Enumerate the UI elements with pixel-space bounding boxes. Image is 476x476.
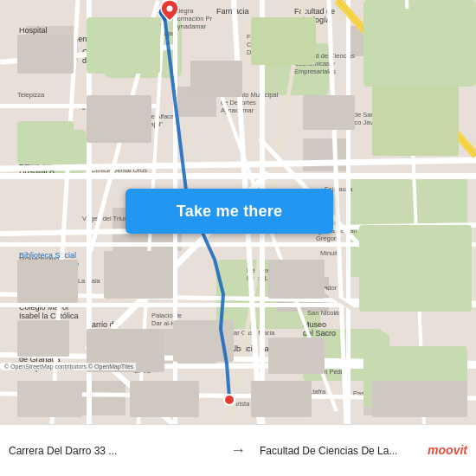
svg-rect-25 bbox=[17, 260, 78, 303]
osm-attribution: © OpenStreetMap contributors © OpenMapTi… bbox=[2, 363, 136, 370]
map-container[interactable]: HospitalUniversitario Virgende las Nieve… bbox=[0, 0, 476, 424]
svg-rect-21 bbox=[17, 121, 74, 164]
svg-point-38 bbox=[224, 395, 235, 405]
svg-rect-35 bbox=[130, 381, 199, 417]
route-origin: Carrera Del Darro 33 ... bbox=[0, 445, 225, 457]
svg-rect-37 bbox=[372, 381, 467, 417]
svg-rect-20 bbox=[363, 9, 467, 87]
svg-rect-22 bbox=[87, 95, 151, 143]
route-origin-value: Carrera Del Darro 33 ... bbox=[9, 445, 216, 457]
svg-rect-34 bbox=[17, 381, 82, 417]
svg-rect-32 bbox=[268, 338, 325, 374]
svg-rect-18 bbox=[190, 61, 242, 97]
take-me-there-button[interactable]: Take me there bbox=[125, 189, 333, 234]
svg-rect-16 bbox=[17, 35, 74, 74]
svg-point-41 bbox=[167, 6, 173, 12]
svg-rect-29 bbox=[17, 320, 69, 357]
svg-rect-26 bbox=[104, 251, 173, 299]
svg-rect-23 bbox=[303, 95, 355, 130]
svg-rect-36 bbox=[251, 381, 312, 417]
svg-rect-24 bbox=[372, 87, 459, 156]
svg-rect-19 bbox=[251, 17, 316, 65]
bottom-bar: Carrera Del Darro 33 ... → Facultad De C… bbox=[0, 424, 476, 476]
route-arrow: → bbox=[225, 441, 251, 460]
svg-rect-17 bbox=[87, 17, 160, 74]
moovit-logo: moovit bbox=[407, 424, 476, 476]
moovit-wordmark: moovit bbox=[428, 443, 467, 457]
svg-rect-27 bbox=[268, 260, 325, 299]
svg-rect-28 bbox=[359, 225, 472, 312]
